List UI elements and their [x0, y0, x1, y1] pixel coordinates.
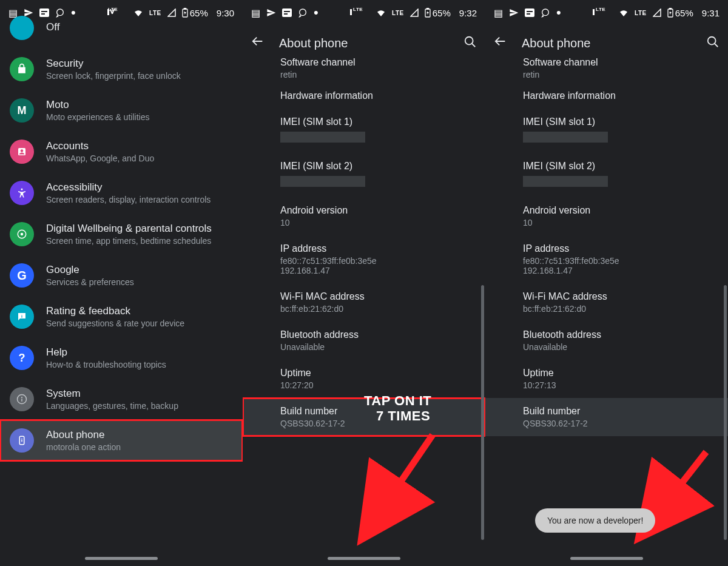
svg-point-33	[708, 36, 716, 44]
app-bar: About phone	[485, 25, 728, 61]
svg-rect-28	[527, 11, 533, 12]
settings-item-accessibility[interactable]: AccessibilityScreen readers, display, in…	[0, 172, 243, 214]
scrollbar[interactable]	[481, 285, 484, 540]
phone-info-icon	[10, 428, 34, 453]
svg-point-10	[21, 233, 24, 236]
row-uptime[interactable]: Uptime 10:27:20	[243, 360, 485, 398]
settings-item-help[interactable]: ? HelpHow-to & troubleshooting topics	[0, 337, 243, 379]
signal-icon	[410, 8, 419, 17]
row-bluetooth[interactable]: Bluetooth address Unavailable	[243, 322, 485, 360]
screen-about-phone-toast: ▤ • LTE LTE 65% 9:31 About phone Softwar…	[485, 0, 728, 566]
row-imei2[interactable]: IMEI (SIM slot 2)	[485, 153, 728, 197]
accounts-icon	[10, 140, 34, 164]
back-button[interactable]	[251, 35, 265, 52]
app-bar: About phone	[243, 25, 485, 61]
row-ip-address[interactable]: IP address fe80::7c51:93ff:fe0b:3e5e 192…	[485, 235, 728, 283]
svg-point-7	[21, 149, 24, 152]
clock-text: 9:31	[702, 8, 720, 18]
settings-item-wellbeing[interactable]: Digital Wellbeing & parental controlsScr…	[0, 214, 243, 255]
svg-rect-19	[282, 8, 292, 17]
svg-point-14	[21, 397, 22, 398]
row-android-version[interactable]: Android version 10	[485, 197, 728, 235]
telegram-icon	[266, 8, 276, 18]
news-icon	[525, 8, 534, 17]
row-imei1[interactable]: IMEI (SIM slot 1)	[243, 109, 485, 153]
section-hardware-info[interactable]: Hardware information	[243, 79, 485, 109]
wellbeing-icon	[10, 222, 34, 246]
accessibility-icon	[10, 181, 34, 205]
row-android-version[interactable]: Android version 10	[243, 197, 485, 235]
settings-item-partial[interactable]: Off	[0, 7, 243, 49]
help-icon: ?	[10, 346, 34, 370]
svg-rect-12	[21, 316, 22, 317]
lte-text: LTE	[635, 10, 647, 16]
page-title: About phone	[279, 36, 449, 50]
battery-indicator: 65%	[667, 8, 693, 18]
row-software-channel[interactable]: Software channel retin	[485, 57, 728, 79]
svg-point-22	[300, 9, 306, 16]
telegram-icon	[509, 8, 519, 18]
row-wifi-mac[interactable]: Wi-Fi MAC address bc:ff:eb:21:62:d0	[485, 283, 728, 322]
scrollbar[interactable]	[724, 285, 727, 540]
settings-item-security[interactable]: SecurityScreen lock, fingerprint, face u…	[0, 49, 243, 90]
section-hardware-info[interactable]: Hardware information	[485, 79, 728, 109]
redacted-value	[280, 176, 365, 187]
clock-text: 9:32	[459, 8, 477, 18]
back-button[interactable]	[494, 35, 507, 52]
status-bar: ▤ • LTE LTE 65% 9:31	[485, 0, 728, 25]
toast-developer: You are now a developer!	[535, 508, 655, 533]
settings-content: Off SecurityScreen lock, fingerprint, fa…	[0, 7, 243, 461]
generic-icon	[10, 16, 34, 40]
row-bluetooth[interactable]: Bluetooth address Unavailable	[485, 322, 728, 360]
search-button[interactable]	[463, 35, 477, 52]
lte-text: LTE	[392, 10, 404, 16]
row-uptime[interactable]: Uptime 10:27:13	[485, 360, 728, 398]
svg-rect-24	[426, 8, 428, 9]
page-title: About phone	[522, 36, 692, 50]
svg-rect-20	[284, 11, 290, 12]
row-imei2[interactable]: IMEI (SIM slot 2)	[243, 153, 485, 197]
row-software-channel[interactable]: Software channel retin	[243, 57, 485, 79]
news-icon	[282, 8, 292, 17]
redacted-value	[523, 132, 608, 143]
svg-point-11	[21, 315, 22, 316]
settings-item-accounts[interactable]: AccountsWhatsApp, Google, and Duo	[0, 131, 243, 172]
newspaper-icon: ▤	[251, 7, 260, 19]
row-imei1[interactable]: IMEI (SIM slot 1)	[485, 109, 728, 153]
status-bar: ▤ • LTE LTE 65% 9:32	[243, 0, 485, 25]
row-build-number[interactable]: Build number QSBS30.62-17-2	[485, 398, 728, 436]
gesture-pill[interactable]	[85, 557, 158, 560]
row-wifi-mac[interactable]: Wi-Fi MAC address bc:ff:eb:21:62:d0	[243, 283, 485, 322]
row-ip-address[interactable]: IP address fe80::7c51:93ff:fe0b:3e5e 192…	[243, 235, 485, 283]
svg-point-30	[542, 9, 549, 16]
gesture-pill[interactable]	[570, 557, 643, 560]
google-icon: G	[10, 263, 34, 288]
annotation-arrow	[658, 449, 712, 518]
svg-rect-27	[525, 8, 534, 17]
more-notifications-icon: •	[314, 6, 318, 19]
settings-item-rating[interactable]: Rating & feedbackSend suggestions & rate…	[0, 296, 243, 337]
volte-icon: LTE	[349, 8, 370, 17]
search-button[interactable]	[706, 35, 720, 52]
settings-item-moto[interactable]: M MotoMoto experiences & utilities	[0, 90, 243, 131]
annotation-text: TAP ON IT 7 TIMES	[364, 393, 431, 424]
whatsapp-icon	[541, 8, 550, 18]
svg-rect-32	[669, 8, 671, 9]
feedback-icon	[10, 305, 34, 329]
svg-rect-15	[21, 399, 22, 402]
gesture-pill[interactable]	[328, 557, 400, 560]
settings-item-system[interactable]: SystemLanguages, gestures, time, backup	[0, 379, 243, 420]
svg-point-8	[21, 189, 23, 190]
wifi-icon	[619, 9, 629, 16]
svg-rect-29	[527, 13, 530, 15]
volte-icon: LTE	[592, 8, 613, 17]
settings-item-about-phone[interactable]: About phonemotorola one action	[0, 420, 243, 461]
settings-item-google[interactable]: G GoogleServices & preferences	[0, 255, 243, 296]
svg-line-34	[667, 452, 706, 502]
svg-rect-18	[21, 440, 22, 442]
signal-icon	[653, 8, 661, 17]
whatsapp-icon	[298, 8, 308, 18]
battery-indicator: 65%	[425, 8, 451, 18]
screen-settings-list: ▤ • LTE LTE 65% 9:30 Off SecurityScreen …	[0, 0, 243, 566]
svg-rect-21	[284, 13, 288, 15]
